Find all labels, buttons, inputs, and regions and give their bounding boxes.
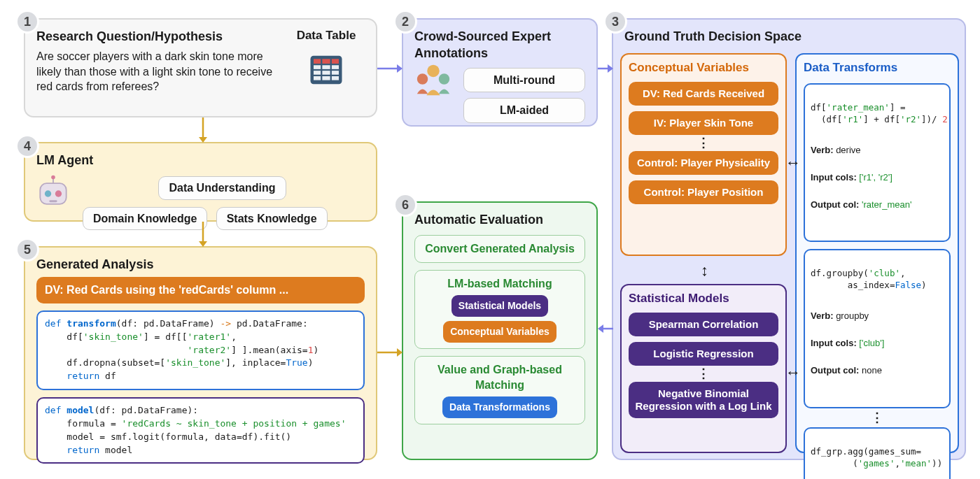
panel-research-question: Research Question/Hypothesis Are soccer … [24,18,377,117]
svg-point-9 [439,73,449,84]
svg-marker-19 [608,64,613,73]
panel-automatic-evaluation: Automatic Evaluation Convert Generated A… [402,201,598,460]
model-logistic: Logistic Regression [629,342,778,366]
panel-4-title: LM Agent [36,152,365,169]
panel-6-title: Automatic Evaluation [414,211,585,228]
conceptual-variables-title: Conceptual Variables [629,60,778,76]
svg-rect-3 [314,71,339,75]
output-label: Output col: [811,199,859,210]
eval-lm-matching-title: LM-based Matching [422,276,578,292]
svg-marker-25 [397,348,402,357]
panel-ground-truth: Ground Truth Decision Space Conceptual V… [612,18,966,460]
input-label: Input cols: [811,338,857,348]
output-label: Output col: [811,365,859,376]
transform-card-3: df_grp.agg(games_sum= ('games','mean')) … [804,427,951,479]
code-block-model: def model(df: pd.DataFrame): formula = '… [36,397,365,464]
svg-point-7 [427,65,439,77]
annotation-chip-multiround: Multi-round [463,68,585,93]
eval-sub-convert: Convert Generated Analysis [414,235,585,263]
agent-chip-stats-knowledge: Stats Knowledge [216,207,328,231]
panel-generated-analysis: Generated Analysis DV: Red Cards using t… [24,246,377,460]
arrow-down-icon [196,222,210,247]
ellipsis-icon: ⋮ [804,415,951,420]
svg-marker-17 [397,64,402,73]
ellipsis-icon: ⋮ [629,141,778,145]
dv-summary-bar: DV: Red Cards using the 'redCards' colum… [36,277,365,303]
annotation-chip-lmaided: LM-aided [463,98,585,123]
concept-iv: IV: Player Skin Tone [629,111,778,135]
eval-graph-matching-title: Value and Graph-based Matching [422,362,578,392]
eval-pill-stat-models: Statistical Models [451,295,548,317]
transform-code-3: df_grp.agg(games_sum= ('games','mean')) [811,446,942,469]
model-nbinom: Negative Binomial Regression with a Log … [629,382,778,418]
transform-code-1: df['rater_mean'] = (df['r1'] + df['r2'])… [811,102,948,124]
eval-sub-lm-matching: LM-based Matching Statistical Models Con… [414,270,585,349]
arrow-left-icon [598,322,613,336]
transform-card-1: df['rater_mean'] = (df['r1'] + df['r2'])… [804,83,951,242]
arrow-right-icon [377,62,402,76]
svg-rect-1 [314,59,339,64]
eval-pill-data-transforms: Data Transformations [442,396,557,418]
verb-1: derive [836,145,860,155]
svg-point-15 [51,176,55,180]
step-badge-1: 1 [15,10,39,34]
step-badge-3: 3 [603,10,627,34]
svg-marker-26 [598,324,603,333]
panel-lm-agent: LM Agent Data Understanding Domain Knowl… [24,142,377,222]
statistical-models-title: Statistical Models [629,291,778,307]
robot-icon [34,174,73,213]
arrow-right-icon [598,62,613,76]
code-block-transform: def transform(df: pd.DataFrame) -> pd.Da… [36,310,365,390]
transform-card-2: df.groupby('club', as_index=False) Verb:… [804,249,951,408]
subpanel-data-transforms: Data Transforms df['rater_mean'] = (df['… [795,53,959,453]
bidirectional-arrow-icon: ↔ [785,152,801,173]
input-1: ['r1', 'r2'] [859,172,892,183]
panel-2-title: Crowd-Sourced Expert Annotations [414,28,585,62]
arrow-right-icon [377,345,402,359]
svg-rect-2 [314,65,339,69]
svg-point-12 [55,190,62,196]
ellipsis-icon: ⋮ [629,371,778,376]
data-transforms-title: Data Transforms [804,60,951,76]
svg-point-8 [417,73,428,84]
output-1: 'rater_mean' [862,199,911,210]
input-2: ['club'] [859,338,884,348]
step-badge-4: 4 [15,134,39,158]
eval-convert-title: Convert Generated Analysis [422,241,578,257]
panel-1-title-right: Data Table [288,28,365,44]
panel-5-title: Generated Analysis [36,256,365,273]
step-badge-5: 5 [15,238,39,262]
bidirectional-arrow-icon: ↔ [785,362,801,383]
subpanel-conceptual-variables: Conceptual Variables DV: Red Cards Recei… [620,53,787,256]
panel-crowd-annotations: Crowd-Sourced Expert Annotations Multi-r… [402,18,598,127]
concept-control-physicality: Control: Player Physicality [629,151,778,175]
eval-sub-graph-matching: Value and Graph-based Matching Data Tran… [414,356,585,424]
people-icon [413,60,454,101]
model-spearman: Spearman Correlation [629,313,778,336]
panel-1-title-left: Research Question/Hypothesis [36,28,275,45]
eval-pill-conceptual: Conceptual Variables [443,321,556,343]
svg-point-11 [45,190,51,196]
verb-label: Verb: [811,310,834,321]
concept-control-position: Control: Player Position [629,180,778,204]
output-2: none [862,365,882,376]
transform-code-2: df.groupby('club', as_index=False) [811,268,927,290]
panel-3-title: Ground Truth Decision Space [624,28,953,45]
svg-rect-4 [314,76,339,80]
agent-chip-data-understanding: Data Understanding [158,176,286,200]
input-label: Input cols: [811,172,857,183]
verb-2: groupby [836,310,869,321]
data-table-icon [307,51,345,89]
concept-dv: DV: Red Cards Received [629,82,778,106]
svg-rect-13 [49,200,57,202]
svg-marker-21 [199,137,207,143]
arrow-down-icon [196,117,210,143]
agent-chip-domain-knowledge: Domain Knowledge [83,207,207,231]
step-badge-2: 2 [393,10,417,34]
step-badge-6: 6 [393,193,417,217]
svg-marker-23 [199,241,207,247]
subpanel-statistical-models: Statistical Models Spearman Correlation … [620,284,787,453]
verb-label: Verb: [811,145,834,155]
bidirectional-arrow-icon: ↔ [694,264,715,280]
research-question-text: Are soccer players with a dark skin tone… [36,49,275,94]
